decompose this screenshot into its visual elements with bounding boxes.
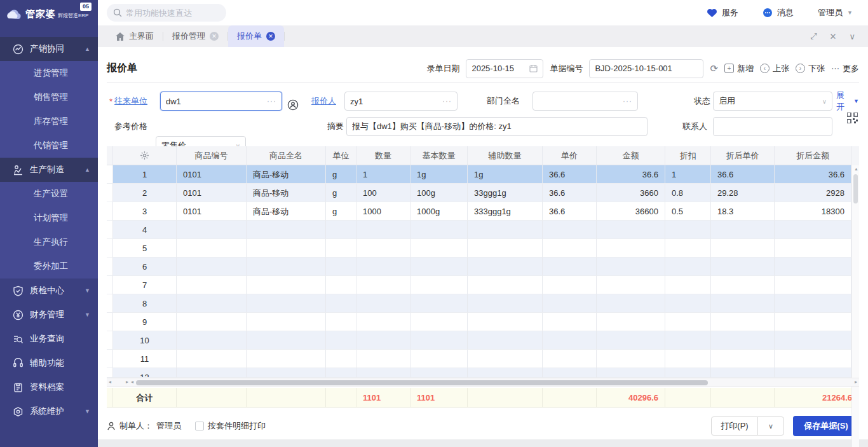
cell-amount [597, 368, 665, 378]
chevron-down-icon: ▼ [847, 10, 853, 16]
sidebar-item-生产执行[interactable]: 生产执行 [0, 230, 98, 254]
tab-报价单[interactable]: 报价单✕ [228, 25, 284, 47]
summary-input[interactable] [352, 122, 642, 132]
hscroll-thumb[interactable] [136, 380, 708, 385]
column-header-折后单价[interactable]: 折后单价 [711, 146, 775, 165]
sidebar-group-业务查询[interactable]: 业务查询 [0, 327, 98, 351]
sidebar-group-产销协同[interactable]: 产销协同▲ [0, 37, 98, 61]
table-row[interactable]: 4 [107, 221, 859, 239]
print-button[interactable]: 打印(P) [711, 416, 758, 436]
scroll-up-icon[interactable]: ▲ [854, 167, 858, 171]
partner-field[interactable]: ··· [160, 92, 282, 111]
sidebar-item-计划管理[interactable]: 计划管理 [0, 206, 98, 230]
column-header-单位[interactable]: 单位 [326, 146, 356, 165]
column-header-辅助数量[interactable]: 辅助数量 [468, 146, 543, 165]
vscroll-thumb[interactable] [853, 174, 858, 203]
date-field[interactable]: 2025-10-15 [466, 59, 543, 78]
column-header-单价[interactable]: 单价 [543, 146, 597, 165]
column-header-折扣[interactable]: 折扣 [665, 146, 711, 165]
sidebar-item-进货管理[interactable]: 进货管理 [0, 61, 98, 85]
partner-label[interactable]: 往来单位 [114, 95, 147, 107]
person-icon [107, 422, 116, 430]
search-input[interactable] [126, 8, 221, 18]
sidebar-item-代销管理[interactable]: 代销管理 [0, 134, 98, 158]
sidebar-group-资料档案[interactable]: 资料档案 [0, 375, 98, 399]
sidebar-group-质检中心[interactable]: 质检中心▼ [0, 279, 98, 303]
table-row[interactable]: 12 [107, 368, 859, 378]
service-menu[interactable]: 服务 [707, 7, 738, 18]
quoter-field[interactable]: ··· [344, 92, 458, 111]
tab-close-icon[interactable]: ✕ [266, 32, 275, 41]
sidebar-group-系统维护[interactable]: 系统维护▼ [0, 399, 98, 423]
quick-search[interactable] [107, 4, 226, 22]
partner-input[interactable] [166, 97, 276, 106]
sidebar-item-生产设置[interactable]: 生产设置 [0, 182, 98, 206]
column-header-商品全名[interactable]: 商品全名 [247, 146, 326, 165]
sidebar-item-委外加工[interactable]: 委外加工 [0, 254, 98, 279]
table-row[interactable]: 11 [107, 350, 859, 368]
tab-主界面[interactable]: 主界面 [107, 25, 163, 47]
pane-split-icon[interactable]: ▸ [126, 379, 128, 385]
scroll-right-icon[interactable]: ▸ [855, 379, 857, 385]
collapse-icon[interactable]: ∨ [849, 32, 855, 41]
cell-amount [597, 221, 665, 239]
lookup-ellipsis-icon[interactable]: ··· [623, 97, 632, 106]
user-menu[interactable]: 管理员 ▼ [818, 7, 853, 18]
table-row[interactable]: 10101商品-移动g11g1g36.636.6136.636.6 [107, 165, 859, 184]
docno-field[interactable] [589, 59, 703, 78]
table-row[interactable]: 10 [107, 331, 859, 350]
sidebar-group-财务管理[interactable]: 财务管理▼ [0, 303, 98, 327]
sidebar-item-库存管理[interactable]: 库存管理 [0, 109, 98, 134]
chevron-up-icon: ▲ [85, 46, 90, 52]
lookup-ellipsis-icon[interactable]: ··· [442, 97, 452, 106]
calendar-icon[interactable] [529, 64, 538, 72]
status-select[interactable]: 启用 ∨ [713, 92, 832, 111]
table-row[interactable]: 9 [107, 313, 859, 331]
table-row[interactable]: 8 [107, 294, 859, 313]
tab-报价管理[interactable]: 报价管理✕ [163, 25, 227, 47]
maximize-icon[interactable]: ⤢ [810, 31, 817, 41]
table-row[interactable]: 30101商品-移动g10001000g333ggg1g36.6366000.5… [107, 202, 859, 221]
save-button[interactable]: 保存单据(S) [793, 416, 859, 436]
refresh-button[interactable]: ⟳ [710, 63, 718, 74]
more-button[interactable]: ⋯ 更多 [831, 63, 859, 74]
prev-button[interactable]: ‹ 上张 [760, 63, 789, 74]
partner-info-icon[interactable] [287, 95, 299, 114]
pane-split-icon[interactable]: ◂ [131, 379, 133, 385]
scroll-left-icon[interactable]: ◂ [109, 379, 111, 385]
quoter-input[interactable] [350, 97, 452, 106]
column-header-金额[interactable]: 金额 [597, 146, 665, 165]
quoter-label[interactable]: 报价人 [311, 95, 336, 107]
table-row[interactable]: 5 [107, 239, 859, 258]
close-icon[interactable]: ✕ [830, 32, 837, 41]
dept-field[interactable]: ··· [532, 92, 638, 111]
table-row[interactable]: 7 [107, 276, 859, 294]
contact-input[interactable] [719, 122, 827, 132]
lookup-ellipsis-icon[interactable]: ··· [267, 97, 276, 106]
summary-field[interactable] [346, 117, 648, 136]
tab-close-icon[interactable]: ✕ [210, 32, 219, 41]
cell-code [177, 313, 247, 331]
column-header-折后金额[interactable]: 折后金额 [775, 146, 851, 165]
column-header-数量[interactable]: 数量 [356, 146, 410, 165]
column-settings-gear-icon[interactable] [113, 146, 177, 165]
message-menu[interactable]: 消息 [763, 7, 794, 18]
print-dropdown-button[interactable]: ∨ [757, 416, 784, 436]
sidebar-group-辅助功能[interactable]: 辅助功能 [0, 351, 98, 375]
kit-detail-checkbox[interactable] [195, 422, 204, 430]
table-row[interactable]: 20101商品-移动g100100g33ggg1g36.636600.829.2… [107, 184, 859, 202]
horizontal-scrollbar[interactable]: ◂ ▸ ◂ ▸ [107, 378, 859, 387]
dept-input[interactable] [538, 97, 632, 106]
column-header-基本数量[interactable]: 基本数量 [410, 146, 468, 165]
qrcode-icon[interactable] [847, 108, 858, 127]
sidebar-item-销售管理[interactable]: 销售管理 [0, 85, 98, 109]
docno-input[interactable] [595, 64, 698, 73]
new-button[interactable]: + 新增 [724, 63, 754, 74]
vertical-scrollbar[interactable]: ▲ [851, 165, 859, 447]
sidebar-group-生产制造[interactable]: 生产制造▲ [0, 158, 98, 182]
contact-field[interactable] [713, 117, 832, 136]
column-header-商品编号[interactable]: 商品编号 [177, 146, 247, 165]
next-button[interactable]: › 下张 [796, 63, 825, 74]
table-row[interactable]: 6 [107, 258, 859, 276]
app-logo[interactable]: 管家婆 辉煌智造ERP 05 [0, 0, 98, 28]
